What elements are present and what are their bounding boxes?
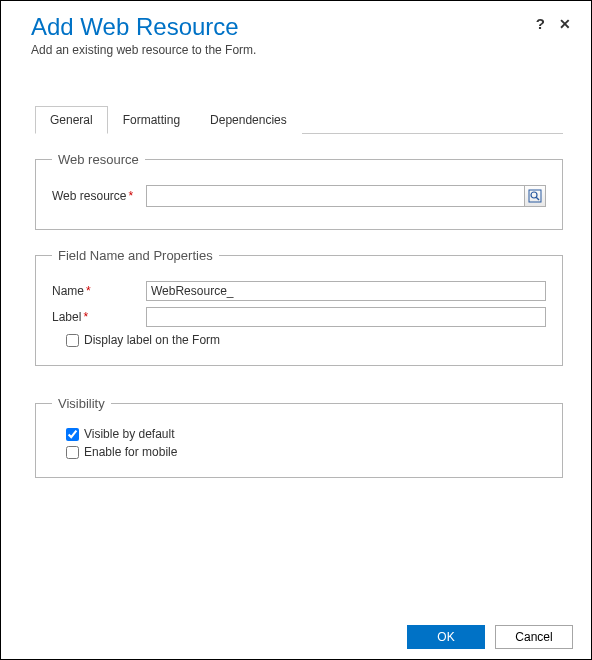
visible-default-text: Visible by default: [84, 427, 175, 441]
dialog-footer: OK Cancel: [407, 625, 573, 649]
svg-point-1: [531, 192, 537, 198]
dialog-content: General Formatting Dependencies Web reso…: [1, 65, 591, 478]
lookup-icon[interactable]: [524, 185, 546, 207]
display-label-checkbox[interactable]: [66, 334, 79, 347]
label-web-resource: Web resource*: [52, 189, 146, 203]
help-icon[interactable]: ?: [536, 15, 545, 32]
tab-general[interactable]: General: [35, 106, 108, 134]
name-input[interactable]: [146, 281, 546, 301]
group-web-resource: Web resource Web resource*: [35, 152, 563, 230]
tab-strip: General Formatting Dependencies: [35, 105, 563, 134]
legend-web-resource: Web resource: [52, 152, 145, 167]
dialog-header: Add Web Resource Add an existing web res…: [1, 1, 591, 65]
cancel-button[interactable]: Cancel: [495, 625, 573, 649]
label-name: Name*: [52, 284, 146, 298]
visible-default-checkbox[interactable]: [66, 428, 79, 441]
legend-field-properties: Field Name and Properties: [52, 248, 219, 263]
svg-line-2: [536, 197, 539, 200]
tab-formatting[interactable]: Formatting: [108, 106, 195, 134]
group-field-properties: Field Name and Properties Name* Label* D…: [35, 248, 563, 366]
tab-dependencies[interactable]: Dependencies: [195, 106, 302, 134]
dialog-title: Add Web Resource: [31, 13, 571, 41]
group-visibility: Visibility Visible by default Enable for…: [35, 396, 563, 478]
legend-visibility: Visibility: [52, 396, 111, 411]
label-input[interactable]: [146, 307, 546, 327]
ok-button[interactable]: OK: [407, 625, 485, 649]
web-resource-input[interactable]: [146, 185, 524, 207]
dialog-subtitle: Add an existing web resource to the Form…: [31, 43, 571, 57]
add-web-resource-dialog: Add Web Resource Add an existing web res…: [0, 0, 592, 660]
enable-mobile-checkbox[interactable]: [66, 446, 79, 459]
display-label-text: Display label on the Form: [84, 333, 220, 347]
close-icon[interactable]: ✕: [559, 16, 571, 32]
label-label: Label*: [52, 310, 146, 324]
enable-mobile-text: Enable for mobile: [84, 445, 177, 459]
